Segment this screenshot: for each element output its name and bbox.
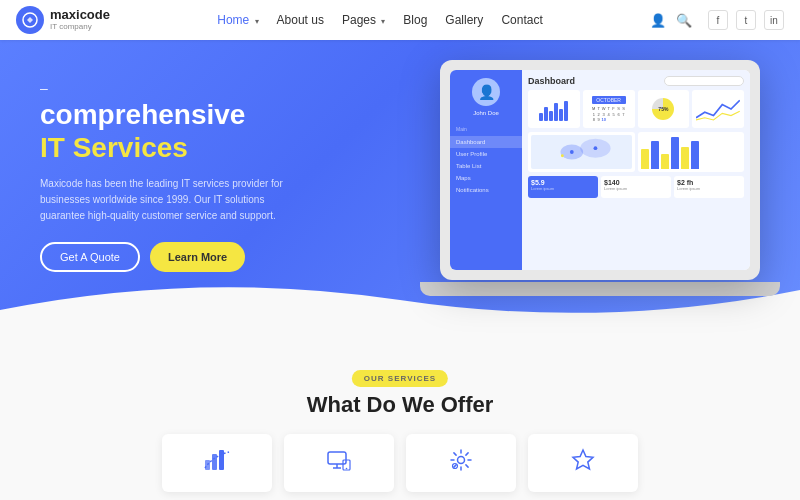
service-card-devices [284,434,394,492]
hero-title-colored: IT Services [40,131,300,165]
svg-point-14 [458,457,465,464]
dashboard-avatar: 👤 [472,78,500,106]
devices-icon [325,446,353,480]
dashboard-menu-header: Main [450,124,522,134]
instagram-icon[interactable]: in [764,10,784,30]
logo[interactable]: maxicode IT company [16,6,110,34]
dash-map-card [528,132,635,172]
services-badge: OUR SERVICES [352,370,448,387]
dashboard-header: Dashboard [528,76,744,86]
logo-icon [16,6,44,34]
dashboard-menu-item[interactable]: Dashboard [450,136,522,148]
svg-point-4 [594,146,598,150]
svg-point-3 [570,150,574,154]
nav-blog[interactable]: Blog [403,13,427,27]
services-section: OUR SERVICES What Do We Offer [0,350,800,500]
nav-contact[interactable]: Contact [501,13,542,27]
dashboard-cards-row1: OCTOBER MTWTFSS 1234567 8910 [528,90,744,128]
dashboard-menu-profile[interactable]: User Profile [450,148,522,160]
dash-card-bars [528,90,580,128]
service-card-star [528,434,638,492]
learn-more-button[interactable]: Learn More [150,242,245,272]
hero-content: – comprehensive IT Services Maxicode has… [40,80,300,272]
dashboard-menu-table[interactable]: Table List [450,160,522,172]
dash-stat-1: $5.9 Lorem ipsum [528,176,598,198]
brand-name: maxicode [50,8,110,22]
svg-point-5 [561,154,564,157]
nav-icons: 👤 🔍 f t in [650,10,784,30]
dashboard-sidebar: 👤 John Doe Main Dashboard User Profile T… [450,70,522,270]
line-chart-svg [696,94,740,124]
laptop-mockup: 👤 John Doe Main Dashboard User Profile T… [440,60,780,320]
dash-stat-2: $140 Lorem ipsum [601,176,671,198]
laptop-base [420,282,780,296]
facebook-icon[interactable]: f [708,10,728,30]
user-icon[interactable]: 👤 [650,13,666,28]
dashboard-menu-notifications[interactable]: Notifications [450,184,522,196]
services-title: What Do We Offer [307,392,494,418]
dashboard-row3: $5.9 Lorem ipsum $140 Lorem ipsum $2 fh … [528,176,744,198]
nav-pages[interactable]: Pages ▾ [342,13,385,27]
dashboard-main: Dashboard [522,70,750,270]
nav-links: Home ▾ About us Pages ▾ Blog Gallery Con… [217,13,542,27]
dash-card-linechart [692,90,744,128]
brand-subtitle: IT company [50,23,110,32]
nav-home[interactable]: Home ▾ [217,13,258,27]
svg-point-13 [346,468,348,470]
dashboard-search[interactable] [664,76,744,86]
service-card-settings [406,434,516,492]
analytics-icon [203,446,231,480]
laptop-outer: 👤 John Doe Main Dashboard User Profile T… [440,60,760,280]
twitter-icon[interactable]: t [736,10,756,30]
hero-title-main: comprehensive [40,100,300,131]
settings-icon [447,446,475,480]
search-icon[interactable]: 🔍 [676,13,692,28]
hero-buttons: Get A Quote Learn More [40,242,300,272]
hero-description: Maxicode has been the leading IT service… [40,176,300,224]
dashboard-title: Dashboard [528,76,575,86]
svg-rect-8 [219,450,224,470]
navbar: maxicode IT company Home ▾ About us Page… [0,0,800,40]
dash-bar-chart [638,132,745,172]
dashboard-username: John Doe [450,110,522,116]
svg-marker-16 [573,450,593,469]
get-quote-button[interactable]: Get A Quote [40,242,140,272]
hero-section: – comprehensive IT Services Maxicode has… [0,40,800,350]
laptop-screen: 👤 John Doe Main Dashboard User Profile T… [450,70,750,270]
hero-dash: – [40,80,300,96]
svg-rect-6 [205,460,210,470]
service-card-analytics [162,434,272,492]
nav-about[interactable]: About us [277,13,324,27]
dash-stat-3: $2 fh Lorem ipsum [674,176,744,198]
dash-card-donut: 75% [638,90,690,128]
dashboard-menu-maps[interactable]: Maps [450,172,522,184]
dashboard-row2 [528,132,744,172]
dash-card-calendar: OCTOBER MTWTFSS 1234567 8910 [583,90,635,128]
star-icon [569,446,597,480]
social-links: f t in [708,10,784,30]
nav-gallery[interactable]: Gallery [445,13,483,27]
service-cards [162,434,638,492]
